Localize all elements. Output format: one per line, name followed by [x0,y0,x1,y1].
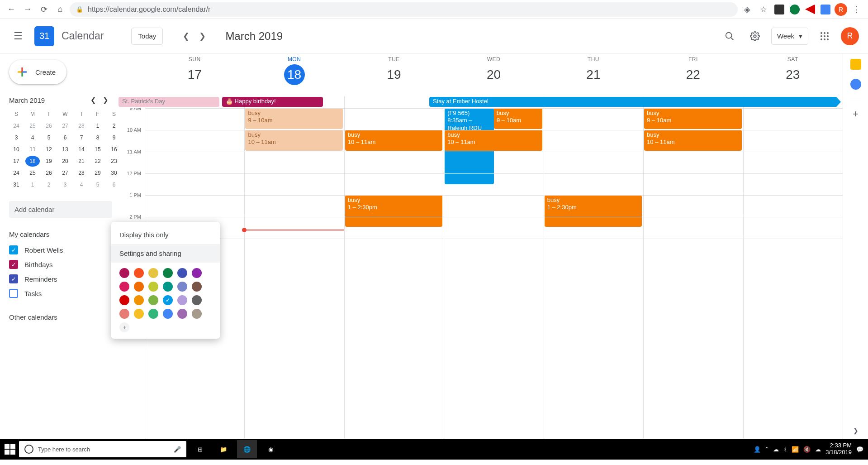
extension-icon[interactable]: ◈ [740,3,754,16]
add-color-button[interactable]: + [119,322,129,332]
mini-day[interactable]: 28 [74,120,89,131]
mini-day[interactable]: 18 [25,156,40,167]
mini-day[interactable]: 5 [42,132,56,143]
mini-day[interactable]: 29 [90,168,105,178]
color-swatch[interactable] [134,309,144,319]
mini-day[interactable]: 12 [42,144,56,155]
google-apps-icon[interactable] [816,27,834,45]
system-clock[interactable]: 2:33 PM 3/18/2019 [825,442,852,456]
task-view-icon[interactable]: ⊞ [190,440,210,458]
day-column[interactable]: busy9 – 10ambusy10 – 11am [244,108,344,439]
mini-day[interactable]: 6 [58,132,72,143]
extension-3-icon[interactable] [805,5,815,14]
day-header[interactable]: WED20 [444,53,543,96]
color-swatch[interactable] [148,268,158,278]
notifications-icon[interactable]: 💬 [856,446,863,453]
create-button[interactable]: Create [9,60,66,84]
color-swatch[interactable] [119,295,129,305]
mini-day[interactable]: 25 [25,168,40,178]
browser-menu-icon[interactable]: ⋮ [850,3,863,16]
back-button[interactable]: ← [5,3,18,16]
add-addon-button[interactable]: + [853,108,859,120]
allday-slot[interactable] [344,96,444,108]
view-selector[interactable]: Week ▾ [771,28,808,45]
mini-day[interactable]: 1 [90,120,105,131]
mini-next-button[interactable]: ❯ [103,96,109,104]
tasks-icon[interactable] [850,79,861,90]
mini-day[interactable]: 2 [42,179,56,190]
mini-prev-button[interactable]: ❮ [90,96,96,104]
home-button[interactable]: ⌂ [53,3,67,16]
next-period-button[interactable]: ❯ [195,29,209,43]
wifi-icon[interactable]: 📶 [792,446,799,453]
color-swatch[interactable] [148,282,158,292]
color-swatch[interactable] [192,268,202,278]
calendar-checkbox[interactable] [9,289,18,298]
bluetooth-icon[interactable]: ᚼ [783,446,787,453]
calendar-event[interactable]: busy10 – 11am [445,130,542,151]
browser-profile-avatar[interactable]: R [835,3,847,16]
people-icon[interactable]: 👤 [754,446,761,453]
mini-day[interactable]: 28 [74,168,89,178]
mini-day[interactable]: 7 [74,132,89,143]
mini-day[interactable]: 31 [9,179,24,190]
mini-day[interactable]: 4 [25,132,40,143]
mini-day[interactable]: 26 [42,168,56,178]
mini-day[interactable]: 27 [58,120,72,131]
allday-event[interactable]: 🎂 Happy birthday! [222,97,323,107]
calendar-event[interactable]: busy10 – 11am [644,130,741,151]
volume-icon[interactable]: 🔇 [803,446,811,453]
collapse-panel-button[interactable]: ❯ [853,427,859,434]
mini-day[interactable]: 3 [58,179,72,190]
tray-chevron-icon[interactable]: ˄ [765,446,768,453]
mini-day[interactable]: 24 [9,168,24,178]
mini-day[interactable]: 4 [74,179,89,190]
mini-day[interactable]: 24 [9,120,24,131]
day-header[interactable]: TUE19 [344,53,444,96]
onedrive-icon[interactable]: ☁ [773,446,779,453]
color-swatch[interactable] [192,295,202,305]
color-swatch[interactable] [148,295,158,305]
color-swatch[interactable] [163,282,173,292]
prev-period-button[interactable]: ❮ [179,29,193,43]
color-swatch[interactable] [134,295,144,305]
start-button[interactable] [5,444,15,455]
settings-sharing-option[interactable]: Settings and sharing [111,244,220,263]
mini-day[interactable]: 22 [90,156,105,167]
allday-event[interactable]: Stay at Ember Hostel [429,97,841,107]
settings-gear-icon[interactable] [746,27,764,45]
color-swatch[interactable] [177,309,187,319]
mini-day[interactable]: 3 [9,132,24,143]
mini-day[interactable]: 17 [9,156,24,167]
day-header[interactable]: SAT23 [743,53,843,96]
day-header[interactable]: FRI22 [643,53,743,96]
calendar-checkbox[interactable]: ✓ [9,274,18,283]
day-column[interactable]: busy1 – 2:30pm [544,108,643,439]
chrome-icon[interactable]: 🌐 [237,440,257,458]
mini-day[interactable]: 1 [25,179,40,190]
taskbar-search[interactable]: Type here to search 🎤 [19,441,186,457]
reload-button[interactable]: ⟳ [37,3,51,16]
mini-day[interactable]: 14 [74,144,89,155]
address-bar[interactable]: 🔒 https://calendar.google.com/calendar/r [70,2,738,17]
mini-day[interactable]: 11 [25,144,40,155]
search-icon[interactable] [721,27,739,45]
color-swatch[interactable] [177,268,187,278]
color-swatch[interactable] [177,282,187,292]
calendar-event[interactable]: busy9 – 10am [494,108,542,129]
extension-1-icon[interactable] [774,5,784,14]
day-header[interactable]: SUN17 [145,53,244,96]
bookmark-star-icon[interactable]: ☆ [757,3,770,16]
mini-day[interactable]: 8 [90,132,105,143]
mic-icon[interactable]: 🎤 [174,446,181,453]
calendar-list-item[interactable]: ✓Reminders [9,272,112,286]
add-calendar-input[interactable]: Add calendar [9,201,112,218]
today-button[interactable]: Today [131,28,163,45]
color-swatch[interactable] [148,309,158,319]
keep-icon[interactable] [850,59,861,70]
calendar-event[interactable]: busy10 – 11am [345,130,442,151]
main-menu-icon[interactable]: ☰ [9,27,27,45]
color-swatch[interactable] [119,309,129,319]
mini-day[interactable]: 20 [58,156,72,167]
color-swatch[interactable] [134,268,144,278]
